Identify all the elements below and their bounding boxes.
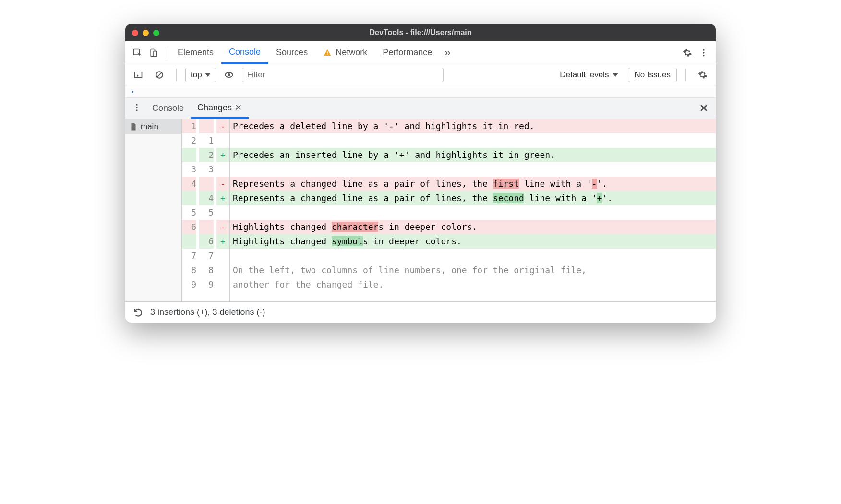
tab-label: Sources xyxy=(276,48,308,58)
svg-point-13 xyxy=(136,104,137,105)
settings-icon[interactable] xyxy=(679,45,696,61)
svg-rect-8 xyxy=(135,72,142,78)
svg-point-6 xyxy=(703,52,704,53)
svg-rect-2 xyxy=(154,51,157,56)
file-name: main xyxy=(141,122,158,132)
diff-markers: -+-+-+ xyxy=(216,119,230,301)
close-drawer-icon[interactable]: ✕ xyxy=(695,102,713,115)
live-expression-icon[interactable] xyxy=(221,67,237,83)
divider xyxy=(685,69,686,81)
chevron-down-icon xyxy=(205,73,211,77)
main-toolbar: Elements Console Sources Network Perform… xyxy=(125,41,716,64)
svg-point-12 xyxy=(228,73,230,76)
tab-label: Network xyxy=(336,48,367,58)
changes-statusbar: 3 insertions (+), 3 deletions (-) xyxy=(125,301,716,323)
levels-label: Default levels xyxy=(560,70,609,80)
new-line-numbers: 123456789 xyxy=(199,119,216,301)
file-icon xyxy=(129,122,138,131)
issues-button[interactable]: No Issues xyxy=(628,68,677,82)
tab-elements[interactable]: Elements xyxy=(170,41,221,64)
tab-network[interactable]: Network xyxy=(315,41,375,64)
drawer-tab-changes[interactable]: Changes ✕ xyxy=(191,98,249,119)
console-settings-icon[interactable] xyxy=(695,67,711,83)
kebab-menu-icon[interactable] xyxy=(696,45,712,61)
divider xyxy=(176,69,177,81)
diff-code[interactable]: Precedes a deleted line by a '-' and hig… xyxy=(230,119,716,301)
inspect-element-icon[interactable] xyxy=(129,45,145,61)
issues-label: No Issues xyxy=(634,70,671,80)
filter-input[interactable] xyxy=(242,68,444,82)
more-tabs-button[interactable]: » xyxy=(440,47,455,59)
console-prompt[interactable]: › xyxy=(125,85,716,98)
svg-rect-4 xyxy=(327,54,328,55)
tab-sources[interactable]: Sources xyxy=(268,41,315,64)
drawer-tab-label: Console xyxy=(152,103,184,113)
window-title: DevTools - file:///Users/main xyxy=(125,28,716,37)
drawer-more-icon[interactable] xyxy=(128,103,145,114)
svg-point-15 xyxy=(136,109,137,111)
titlebar: DevTools - file:///Users/main xyxy=(125,24,716,41)
scope-label: top xyxy=(191,70,202,80)
chevron-down-icon xyxy=(613,73,618,77)
svg-point-7 xyxy=(703,55,704,56)
changes-panel: main 123456789 123456789 -+-+-+ Precedes… xyxy=(125,119,716,301)
main-tabs: Elements Console Sources Network Perform… xyxy=(170,41,440,64)
svg-line-10 xyxy=(157,72,162,77)
drawer-tabs: Console Changes ✕ ✕ xyxy=(125,98,716,119)
file-tree-item[interactable]: main xyxy=(125,119,181,134)
svg-rect-3 xyxy=(327,51,328,54)
drawer-tab-console[interactable]: Console xyxy=(145,98,191,119)
device-toggle-icon[interactable] xyxy=(145,45,162,61)
drawer-tab-label: Changes xyxy=(197,103,232,113)
tab-console[interactable]: Console xyxy=(221,41,268,64)
line-number-gutters: 123456789 123456789 xyxy=(182,119,216,301)
tab-performance[interactable]: Performance xyxy=(375,41,440,64)
clear-console-icon[interactable] xyxy=(151,67,168,83)
tab-label: Elements xyxy=(178,48,214,58)
old-line-numbers: 123456789 xyxy=(182,119,199,301)
status-summary: 3 insertions (+), 3 deletions (-) xyxy=(150,307,265,317)
divider xyxy=(166,47,166,59)
revert-icon[interactable] xyxy=(133,304,144,321)
console-toolbar: top Default levels No Issues xyxy=(125,64,716,85)
prompt-chevron-icon: › xyxy=(130,87,135,96)
warning-icon xyxy=(323,48,332,57)
tab-label: Performance xyxy=(383,48,432,58)
toggle-sidebar-icon[interactable] xyxy=(130,67,146,83)
execution-context-select[interactable]: top xyxy=(185,68,216,82)
changes-file-tree: main xyxy=(125,119,182,301)
diff-view: 123456789 123456789 -+-+-+ Precedes a de… xyxy=(182,119,716,301)
svg-point-14 xyxy=(136,107,137,108)
svg-point-5 xyxy=(703,49,704,50)
log-levels-select[interactable]: Default levels xyxy=(555,68,623,82)
tab-label: Console xyxy=(229,47,261,57)
close-tab-icon[interactable]: ✕ xyxy=(235,102,242,113)
devtools-window: DevTools - file:///Users/main Elements C… xyxy=(125,24,716,323)
